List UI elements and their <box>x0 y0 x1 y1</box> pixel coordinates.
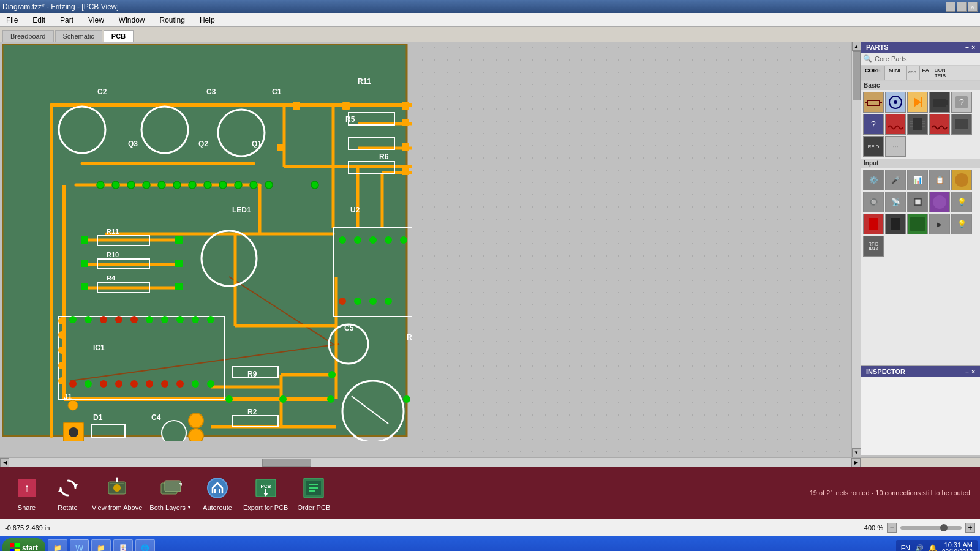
tab-contrib[interactable]: CONTRIB <box>932 66 948 80</box>
part-icon-bar[interactable]: 📊 <box>907 170 928 190</box>
menu-file[interactable]: File <box>2 15 21 26</box>
menu-window[interactable]: Window <box>115 15 149 26</box>
coordinates: -0.675 2.469 in <box>5 524 50 531</box>
empty-canvas-area[interactable] <box>417 42 851 457</box>
zoom-slider-track[interactable] <box>900 526 962 530</box>
title-bar-controls[interactable]: − □ × <box>946 2 978 12</box>
tab-mine[interactable]: MINE <box>885 66 907 80</box>
svg-point-106 <box>100 380 107 388</box>
svg-point-74 <box>143 181 150 189</box>
part-icon-connector2[interactable] <box>951 114 972 135</box>
part-icon-red-ic[interactable] <box>863 214 884 234</box>
part-icon-antenna[interactable]: 📡 <box>885 192 906 212</box>
autoroute-button[interactable]: Autoroute <box>199 474 236 511</box>
part-icon-mystery[interactable]: ? <box>951 92 972 113</box>
part-icon-rfid2[interactable]: RFIDID12 <box>863 236 884 257</box>
scroll-thumb[interactable] <box>853 51 861 100</box>
rotate-button[interactable]: Rotate <box>51 474 85 511</box>
svg-point-139 <box>328 371 336 378</box>
part-icon-coil[interactable] <box>885 114 906 135</box>
tab-breadboard[interactable]: Breadboard <box>2 30 54 42</box>
part-icon-green-board[interactable] <box>907 214 928 234</box>
taskbar-app-chrome[interactable]: 🌐 <box>135 539 155 551</box>
inspector-collapse[interactable]: − <box>965 369 969 375</box>
svg-text:Q1: Q1 <box>252 140 262 148</box>
view-from-above-button[interactable]: View from Above <box>92 474 142 511</box>
zoom-slider-thumb[interactable] <box>940 524 948 531</box>
parts-header: PARTS − × <box>861 42 980 53</box>
part-icon-cube[interactable]: 🔲 <box>907 192 928 212</box>
menu-view[interactable]: View <box>85 15 108 26</box>
part-icon-purple-sphere[interactable] <box>929 192 950 212</box>
tab-coo[interactable]: coo <box>907 66 920 80</box>
parts-controls[interactable]: − × <box>965 44 975 51</box>
tab-pa[interactable]: PA <box>920 66 932 80</box>
part-icon-rfid[interactable]: RFID <box>863 136 884 157</box>
svg-point-93 <box>385 298 392 305</box>
taskbar-app-explorer[interactable]: 📁 <box>91 539 111 551</box>
tab-pcb[interactable]: PCB <box>104 30 134 42</box>
windows-logo-icon <box>10 543 20 551</box>
export-pcb-button[interactable]: PCB Export for PCB <box>243 474 288 511</box>
zoom-plus[interactable]: + <box>965 523 975 533</box>
svg-point-80 <box>235 181 242 189</box>
scroll-down-button[interactable]: ▼ <box>852 448 861 457</box>
menu-edit[interactable]: Edit <box>29 15 49 26</box>
taskbar-app-word[interactable]: W <box>70 539 89 551</box>
part-icon-laser[interactable]: ▶ <box>929 214 950 234</box>
part-icon-small-coil[interactable] <box>929 114 950 135</box>
part-icon-bulb2[interactable]: 💡 <box>951 214 972 234</box>
vertical-scrollbar[interactable]: ▲ ▼ <box>851 42 861 457</box>
share-button[interactable]: ↑ Share <box>10 474 43 511</box>
parts-collapse[interactable]: − <box>965 44 969 51</box>
part-icon-battery[interactable] <box>929 92 950 113</box>
maximize-button[interactable]: □ <box>957 2 967 12</box>
part-icon-gear[interactable]: ⚙️ <box>863 170 884 190</box>
tab-schematic[interactable]: Schematic <box>55 30 102 42</box>
both-layers-button[interactable]: Both Layers ▼ <box>149 474 192 511</box>
menu-routing[interactable]: Routing <box>156 15 189 26</box>
start-button[interactable]: start <box>2 538 45 551</box>
close-button[interactable]: × <box>968 2 978 12</box>
inspector-controls[interactable]: − × <box>965 369 975 375</box>
part-icon-circle[interactable] <box>951 170 972 190</box>
tray-speaker-icon[interactable]: 🔔 <box>929 544 937 552</box>
tray-volume-icon[interactable]: 🔊 <box>915 544 924 552</box>
part-icon-mic[interactable]: 🎤 <box>885 170 906 190</box>
part-icon-blank[interactable]: ··· <box>885 136 906 157</box>
taskbar-app-card[interactable]: 🃏 <box>113 539 133 551</box>
menu-help[interactable]: Help <box>196 15 219 26</box>
h-scroll-thumb[interactable] <box>262 459 311 467</box>
svg-point-83 <box>311 181 318 189</box>
svg-point-77 <box>189 181 196 189</box>
part-icon-lamp[interactable]: 💡 <box>951 192 972 212</box>
inspector-content <box>861 377 980 455</box>
taskbar-app-folder[interactable]: 📁 <box>48 539 67 551</box>
canvas-wrapper[interactable]: C2 C3 C1 R11 Q3 Q2 Q1 R5 R6 LED1 U2 R11 … <box>0 42 851 457</box>
svg-rect-119 <box>402 168 409 175</box>
part-icon-dark-ic[interactable] <box>885 214 906 234</box>
part-icon-question[interactable]: ? <box>863 114 884 135</box>
h-scroll-track[interactable] <box>9 458 851 467</box>
part-icon-connector[interactable] <box>885 92 906 113</box>
part-icon-ic[interactable] <box>907 114 928 135</box>
scroll-up-button[interactable]: ▲ <box>852 42 861 51</box>
h-scroll-right[interactable]: ▶ <box>851 458 861 467</box>
inspector-close[interactable]: × <box>971 369 975 375</box>
svg-point-88 <box>400 236 407 244</box>
svg-point-102 <box>192 316 199 323</box>
part-icon-knob[interactable]: 🔘 <box>863 192 884 212</box>
part-icon-board[interactable]: 📋 <box>929 170 950 190</box>
parts-close[interactable]: × <box>971 44 975 51</box>
zoom-minus[interactable]: − <box>887 523 897 533</box>
h-scroll-left[interactable]: ◀ <box>0 458 9 467</box>
svg-point-87 <box>385 236 392 244</box>
tab-core[interactable]: CORE <box>861 66 885 80</box>
pcb-canvas[interactable]: C2 C3 C1 R11 Q3 Q2 Q1 R5 R6 LED1 U2 R11 … <box>2 44 412 441</box>
part-icon-led[interactable] <box>907 92 928 113</box>
scroll-track[interactable] <box>852 51 861 448</box>
order-pcb-button[interactable]: Order PCB <box>295 474 332 511</box>
minimize-button[interactable]: − <box>946 2 956 12</box>
menu-part[interactable]: Part <box>56 15 77 26</box>
part-icon-resistor[interactable] <box>863 92 884 113</box>
